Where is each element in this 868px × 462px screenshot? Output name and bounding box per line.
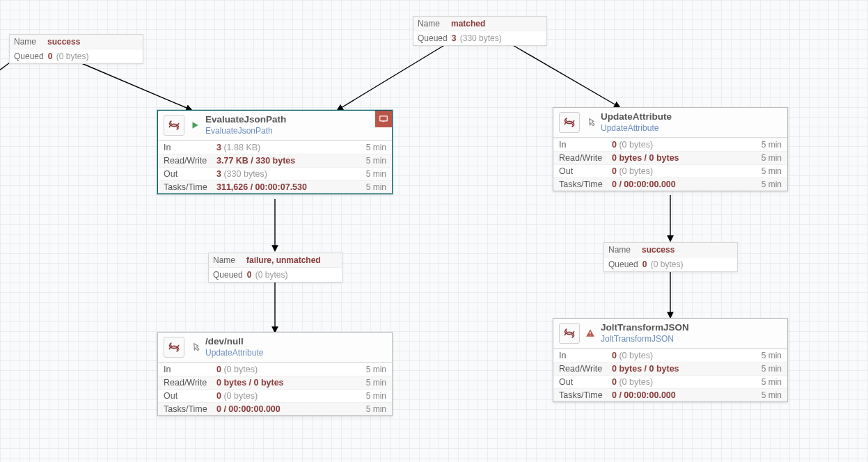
- stat-in-count: 0: [612, 351, 617, 360]
- processor-title: EvaluateJsonPath: [205, 115, 386, 125]
- stat-label-rw: Read/Write: [164, 378, 216, 388]
- warning-icon: [585, 328, 595, 338]
- connection-success-1[interactable]: Name success Queued 0 (0 bytes): [9, 34, 143, 64]
- processor-type: EvaluateJsonPath: [205, 126, 386, 136]
- conn-queued-label: Queued: [608, 260, 638, 269]
- stat-label-in: In: [164, 365, 216, 374]
- stat-out-size: (0 bytes): [619, 166, 653, 176]
- conn-queued-count: 3: [452, 33, 457, 43]
- stat-out-count: 0: [612, 166, 617, 176]
- stat-in-count: 0: [216, 365, 221, 374]
- stat-label-in: In: [164, 143, 216, 152]
- running-icon: [190, 120, 200, 130]
- stat-time-window: 5 min: [366, 404, 386, 414]
- conn-queued-count: 0: [247, 270, 252, 280]
- stat-tt: 0 / 00:00:00.000: [216, 404, 281, 414]
- stat-label-rw: Read/Write: [559, 153, 612, 163]
- stat-time-window: 5 min: [762, 153, 782, 163]
- stat-label-in: In: [559, 140, 612, 150]
- conn-name-value: success: [47, 37, 80, 47]
- svg-rect-2: [590, 332, 590, 335]
- processor-jolt-transform-json[interactable]: JoltTransformJSON JoltTransformJSON In 0…: [553, 318, 788, 402]
- processor-title: JoltTransformJSON: [601, 323, 782, 333]
- processor-icon: [164, 337, 184, 358]
- processor-type: JoltTransformJSON: [601, 334, 782, 344]
- processor-title: /dev/null: [205, 337, 386, 347]
- stat-in-count: 3: [216, 143, 221, 152]
- stat-time-window: 5 min: [762, 180, 782, 189]
- svg-rect-1: [383, 121, 384, 122]
- conn-name-label: Name: [418, 19, 447, 29]
- conn-queued-size: (0 bytes): [651, 260, 684, 269]
- conn-name-value: failure, unmatched: [246, 255, 321, 265]
- stat-in-count: 0: [612, 140, 617, 150]
- stat-rw: 0 bytes / 0 bytes: [612, 153, 679, 163]
- stat-label-out: Out: [164, 169, 216, 179]
- stat-time-window: 5 min: [366, 169, 386, 179]
- conn-name-label: Name: [14, 37, 43, 47]
- stat-time-window: 5 min: [762, 166, 782, 176]
- conn-queued-label: Queued: [213, 270, 243, 280]
- conn-name-value: success: [642, 245, 674, 255]
- conn-queued-size: (330 bytes): [460, 33, 502, 43]
- svg-rect-0: [380, 116, 388, 121]
- svg-rect-3: [590, 335, 590, 335]
- stat-in-size: (1.88 KB): [223, 143, 260, 152]
- connection-failure-unmatched[interactable]: Name failure, unmatched Queued 0 (0 byte…: [208, 253, 342, 282]
- stat-time-window: 5 min: [762, 377, 782, 387]
- stat-tt: 0 / 00:00:00.000: [612, 180, 676, 189]
- stat-time-window: 5 min: [366, 156, 386, 166]
- stopped-icon: [585, 118, 595, 127]
- connection-success-2[interactable]: Name success Queued 0 (0 bytes): [603, 242, 738, 272]
- stat-time-window: 5 min: [366, 378, 386, 388]
- primary-node-only-icon[interactable]: [375, 111, 392, 127]
- stat-in-size: (0 bytes): [223, 365, 258, 374]
- stat-rw: 0 bytes / 0 bytes: [216, 378, 284, 388]
- stat-out-size: (0 bytes): [223, 391, 258, 401]
- stat-time-window: 5 min: [762, 364, 782, 374]
- stat-time-window: 5 min: [762, 390, 782, 400]
- stat-label-tt: Tasks/Time: [164, 404, 216, 414]
- stat-label-out: Out: [164, 391, 216, 401]
- conn-queued-count: 0: [642, 260, 647, 269]
- stat-label-tt: Tasks/Time: [559, 180, 612, 189]
- stat-tt: 311,626 / 00:00:07.530: [216, 182, 307, 192]
- processor-evaluate-json-path[interactable]: EvaluateJsonPath EvaluateJsonPath In 3 (…: [157, 110, 393, 194]
- conn-queued-count: 0: [48, 51, 53, 61]
- stat-label-tt: Tasks/Time: [164, 182, 216, 192]
- stat-time-window: 5 min: [366, 391, 386, 401]
- stat-label-tt: Tasks/Time: [559, 390, 612, 400]
- flow-canvas[interactable]: Name success Queued 0 (0 bytes) Name mat…: [0, 0, 868, 462]
- conn-name-label: Name: [213, 255, 242, 265]
- connection-matched[interactable]: Name matched Queued 3 (330 bytes): [413, 16, 547, 46]
- stat-in-size: (0 bytes): [619, 351, 653, 360]
- stat-time-window: 5 min: [366, 182, 386, 192]
- stat-label-rw: Read/Write: [164, 156, 216, 166]
- conn-name-label: Name: [608, 245, 638, 255]
- stat-out-count: 3: [216, 169, 221, 179]
- stat-rw: 0 bytes / 0 bytes: [612, 364, 679, 374]
- conn-queued-size: (0 bytes): [255, 270, 288, 280]
- conn-queued-size: (0 bytes): [56, 51, 89, 61]
- stat-label-out: Out: [559, 166, 612, 176]
- stopped-icon: [190, 342, 200, 352]
- stat-time-window: 5 min: [762, 140, 782, 150]
- stat-time-window: 5 min: [762, 351, 782, 360]
- stat-label-out: Out: [559, 377, 612, 387]
- processor-icon: [559, 112, 580, 133]
- stat-label-rw: Read/Write: [559, 364, 612, 374]
- stat-time-window: 5 min: [366, 365, 386, 374]
- stat-out-size: (330 bytes): [223, 169, 267, 179]
- processor-update-attribute[interactable]: UpdateAttribute UpdateAttribute In 0 (0 …: [553, 107, 788, 191]
- stat-out-count: 0: [216, 391, 221, 401]
- processor-title: UpdateAttribute: [601, 112, 782, 122]
- conn-name-value: matched: [451, 19, 485, 29]
- stat-rw: 3.77 KB / 330 bytes: [216, 156, 295, 166]
- stat-in-size: (0 bytes): [619, 140, 653, 150]
- stat-time-window: 5 min: [366, 143, 386, 152]
- conn-queued-label: Queued: [14, 51, 44, 61]
- stat-out-size: (0 bytes): [619, 377, 653, 387]
- stat-tt: 0 / 00:00:00.000: [612, 390, 676, 400]
- conn-queued-label: Queued: [418, 33, 448, 43]
- processor-dev-null[interactable]: /dev/null UpdateAttribute In 0 (0 bytes)…: [157, 332, 393, 416]
